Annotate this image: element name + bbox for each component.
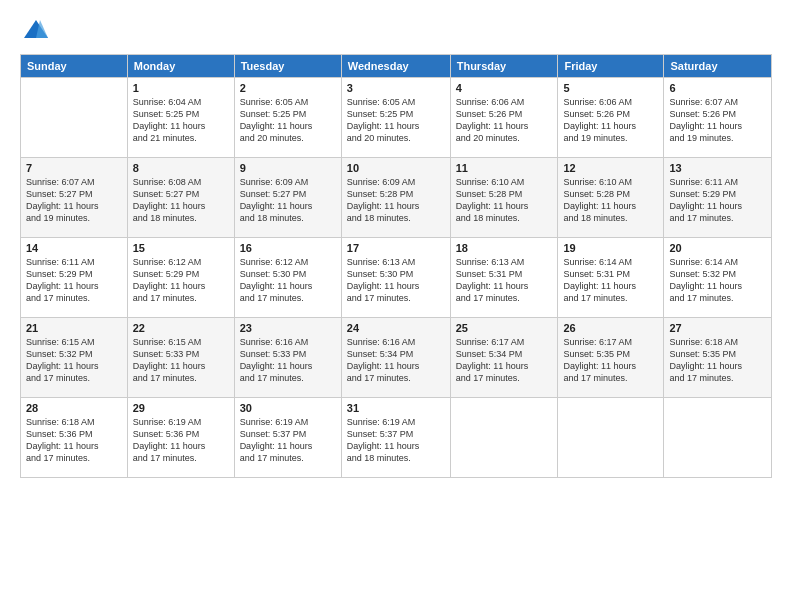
day-info: Sunrise: 6:19 AM Sunset: 5:36 PM Dayligh… xyxy=(133,416,229,465)
day-number: 6 xyxy=(669,82,766,94)
day-info: Sunrise: 6:12 AM Sunset: 5:29 PM Dayligh… xyxy=(133,256,229,305)
day-info: Sunrise: 6:07 AM Sunset: 5:26 PM Dayligh… xyxy=(669,96,766,145)
day-number: 20 xyxy=(669,242,766,254)
calendar-cell: 3Sunrise: 6:05 AM Sunset: 5:25 PM Daylig… xyxy=(341,78,450,158)
day-number: 28 xyxy=(26,402,122,414)
calendar-header-row: SundayMondayTuesdayWednesdayThursdayFrid… xyxy=(21,55,772,78)
calendar-header-saturday: Saturday xyxy=(664,55,772,78)
day-info: Sunrise: 6:05 AM Sunset: 5:25 PM Dayligh… xyxy=(240,96,336,145)
calendar-cell: 4Sunrise: 6:06 AM Sunset: 5:26 PM Daylig… xyxy=(450,78,558,158)
day-info: Sunrise: 6:11 AM Sunset: 5:29 PM Dayligh… xyxy=(669,176,766,225)
day-info: Sunrise: 6:15 AM Sunset: 5:32 PM Dayligh… xyxy=(26,336,122,385)
day-info: Sunrise: 6:13 AM Sunset: 5:31 PM Dayligh… xyxy=(456,256,553,305)
calendar-cell xyxy=(558,398,664,478)
calendar-cell xyxy=(21,78,128,158)
day-info: Sunrise: 6:18 AM Sunset: 5:36 PM Dayligh… xyxy=(26,416,122,465)
day-number: 21 xyxy=(26,322,122,334)
calendar-table: SundayMondayTuesdayWednesdayThursdayFrid… xyxy=(20,54,772,478)
day-number: 14 xyxy=(26,242,122,254)
calendar-cell: 6Sunrise: 6:07 AM Sunset: 5:26 PM Daylig… xyxy=(664,78,772,158)
day-info: Sunrise: 6:12 AM Sunset: 5:30 PM Dayligh… xyxy=(240,256,336,305)
day-info: Sunrise: 6:19 AM Sunset: 5:37 PM Dayligh… xyxy=(347,416,445,465)
calendar-cell: 10Sunrise: 6:09 AM Sunset: 5:28 PM Dayli… xyxy=(341,158,450,238)
day-number: 11 xyxy=(456,162,553,174)
calendar-week-5: 28Sunrise: 6:18 AM Sunset: 5:36 PM Dayli… xyxy=(21,398,772,478)
day-info: Sunrise: 6:06 AM Sunset: 5:26 PM Dayligh… xyxy=(456,96,553,145)
calendar-cell xyxy=(450,398,558,478)
day-info: Sunrise: 6:17 AM Sunset: 5:35 PM Dayligh… xyxy=(563,336,658,385)
calendar-header-thursday: Thursday xyxy=(450,55,558,78)
day-info: Sunrise: 6:17 AM Sunset: 5:34 PM Dayligh… xyxy=(456,336,553,385)
page: SundayMondayTuesdayWednesdayThursdayFrid… xyxy=(0,0,792,612)
calendar-cell: 25Sunrise: 6:17 AM Sunset: 5:34 PM Dayli… xyxy=(450,318,558,398)
day-number: 23 xyxy=(240,322,336,334)
day-number: 13 xyxy=(669,162,766,174)
calendar-header-friday: Friday xyxy=(558,55,664,78)
calendar-cell: 13Sunrise: 6:11 AM Sunset: 5:29 PM Dayli… xyxy=(664,158,772,238)
calendar-cell: 31Sunrise: 6:19 AM Sunset: 5:37 PM Dayli… xyxy=(341,398,450,478)
header xyxy=(20,16,772,44)
calendar-cell: 9Sunrise: 6:09 AM Sunset: 5:27 PM Daylig… xyxy=(234,158,341,238)
day-number: 10 xyxy=(347,162,445,174)
calendar-cell: 12Sunrise: 6:10 AM Sunset: 5:28 PM Dayli… xyxy=(558,158,664,238)
calendar-cell: 14Sunrise: 6:11 AM Sunset: 5:29 PM Dayli… xyxy=(21,238,128,318)
calendar-week-1: 1Sunrise: 6:04 AM Sunset: 5:25 PM Daylig… xyxy=(21,78,772,158)
day-info: Sunrise: 6:10 AM Sunset: 5:28 PM Dayligh… xyxy=(456,176,553,225)
calendar-header-monday: Monday xyxy=(127,55,234,78)
calendar-cell: 27Sunrise: 6:18 AM Sunset: 5:35 PM Dayli… xyxy=(664,318,772,398)
day-number: 25 xyxy=(456,322,553,334)
calendar-cell: 28Sunrise: 6:18 AM Sunset: 5:36 PM Dayli… xyxy=(21,398,128,478)
calendar-cell: 26Sunrise: 6:17 AM Sunset: 5:35 PM Dayli… xyxy=(558,318,664,398)
day-number: 9 xyxy=(240,162,336,174)
day-number: 16 xyxy=(240,242,336,254)
logo xyxy=(20,16,50,44)
calendar-cell: 19Sunrise: 6:14 AM Sunset: 5:31 PM Dayli… xyxy=(558,238,664,318)
day-info: Sunrise: 6:07 AM Sunset: 5:27 PM Dayligh… xyxy=(26,176,122,225)
day-info: Sunrise: 6:16 AM Sunset: 5:33 PM Dayligh… xyxy=(240,336,336,385)
day-info: Sunrise: 6:15 AM Sunset: 5:33 PM Dayligh… xyxy=(133,336,229,385)
calendar-header-sunday: Sunday xyxy=(21,55,128,78)
calendar-cell: 20Sunrise: 6:14 AM Sunset: 5:32 PM Dayli… xyxy=(664,238,772,318)
calendar-cell: 11Sunrise: 6:10 AM Sunset: 5:28 PM Dayli… xyxy=(450,158,558,238)
day-info: Sunrise: 6:16 AM Sunset: 5:34 PM Dayligh… xyxy=(347,336,445,385)
calendar-cell: 1Sunrise: 6:04 AM Sunset: 5:25 PM Daylig… xyxy=(127,78,234,158)
calendar-cell: 5Sunrise: 6:06 AM Sunset: 5:26 PM Daylig… xyxy=(558,78,664,158)
day-number: 2 xyxy=(240,82,336,94)
day-info: Sunrise: 6:11 AM Sunset: 5:29 PM Dayligh… xyxy=(26,256,122,305)
day-info: Sunrise: 6:14 AM Sunset: 5:32 PM Dayligh… xyxy=(669,256,766,305)
calendar-cell: 16Sunrise: 6:12 AM Sunset: 5:30 PM Dayli… xyxy=(234,238,341,318)
calendar-cell: 2Sunrise: 6:05 AM Sunset: 5:25 PM Daylig… xyxy=(234,78,341,158)
logo-icon xyxy=(22,16,50,44)
calendar-cell: 22Sunrise: 6:15 AM Sunset: 5:33 PM Dayli… xyxy=(127,318,234,398)
day-number: 18 xyxy=(456,242,553,254)
day-number: 8 xyxy=(133,162,229,174)
day-number: 4 xyxy=(456,82,553,94)
calendar-cell: 24Sunrise: 6:16 AM Sunset: 5:34 PM Dayli… xyxy=(341,318,450,398)
day-number: 22 xyxy=(133,322,229,334)
day-number: 24 xyxy=(347,322,445,334)
day-number: 1 xyxy=(133,82,229,94)
day-info: Sunrise: 6:19 AM Sunset: 5:37 PM Dayligh… xyxy=(240,416,336,465)
calendar-cell: 18Sunrise: 6:13 AM Sunset: 5:31 PM Dayli… xyxy=(450,238,558,318)
day-info: Sunrise: 6:09 AM Sunset: 5:27 PM Dayligh… xyxy=(240,176,336,225)
day-number: 26 xyxy=(563,322,658,334)
day-info: Sunrise: 6:10 AM Sunset: 5:28 PM Dayligh… xyxy=(563,176,658,225)
day-info: Sunrise: 6:18 AM Sunset: 5:35 PM Dayligh… xyxy=(669,336,766,385)
day-number: 3 xyxy=(347,82,445,94)
day-number: 27 xyxy=(669,322,766,334)
day-info: Sunrise: 6:08 AM Sunset: 5:27 PM Dayligh… xyxy=(133,176,229,225)
day-number: 12 xyxy=(563,162,658,174)
calendar-week-2: 7Sunrise: 6:07 AM Sunset: 5:27 PM Daylig… xyxy=(21,158,772,238)
day-info: Sunrise: 6:13 AM Sunset: 5:30 PM Dayligh… xyxy=(347,256,445,305)
day-info: Sunrise: 6:09 AM Sunset: 5:28 PM Dayligh… xyxy=(347,176,445,225)
calendar-cell: 29Sunrise: 6:19 AM Sunset: 5:36 PM Dayli… xyxy=(127,398,234,478)
day-number: 29 xyxy=(133,402,229,414)
day-number: 30 xyxy=(240,402,336,414)
calendar-cell: 21Sunrise: 6:15 AM Sunset: 5:32 PM Dayli… xyxy=(21,318,128,398)
calendar-cell: 23Sunrise: 6:16 AM Sunset: 5:33 PM Dayli… xyxy=(234,318,341,398)
calendar-week-3: 14Sunrise: 6:11 AM Sunset: 5:29 PM Dayli… xyxy=(21,238,772,318)
day-number: 7 xyxy=(26,162,122,174)
day-info: Sunrise: 6:06 AM Sunset: 5:26 PM Dayligh… xyxy=(563,96,658,145)
day-number: 17 xyxy=(347,242,445,254)
day-info: Sunrise: 6:05 AM Sunset: 5:25 PM Dayligh… xyxy=(347,96,445,145)
